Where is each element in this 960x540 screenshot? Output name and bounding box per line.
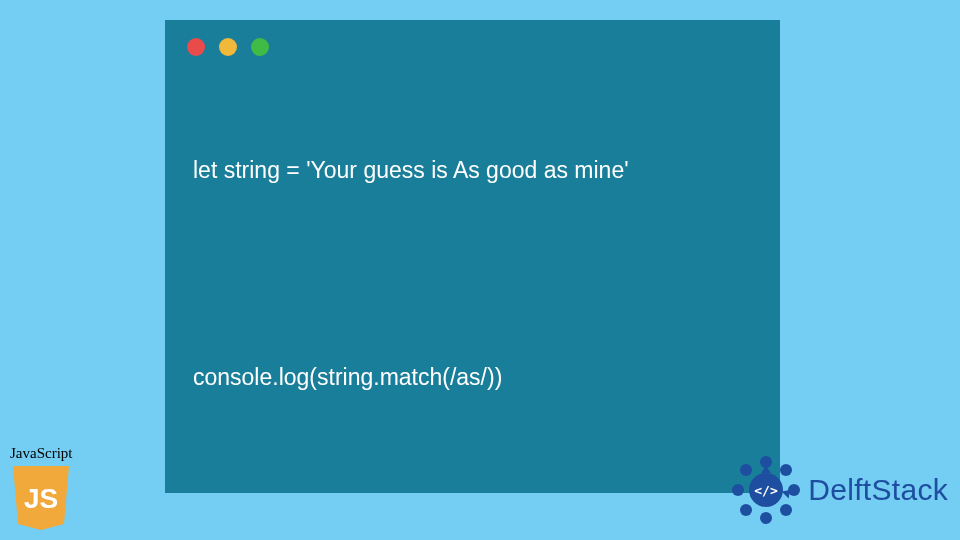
maximize-icon: [251, 38, 269, 56]
svg-point-5: [780, 504, 792, 516]
svg-point-3: [780, 464, 792, 476]
delftstack-logo-icon: </>: [730, 454, 802, 526]
javascript-shield-icon: JS: [10, 464, 72, 532]
svg-text:</>: </>: [755, 483, 779, 498]
code-line: let string = 'Your guess is As good as m…: [193, 153, 780, 188]
code-line: [193, 257, 780, 291]
code-window: let string = 'Your guess is As good as m…: [165, 20, 780, 493]
svg-point-9: [740, 464, 752, 476]
delftstack-brand: </> DelftStack: [730, 454, 948, 526]
code-block: let string = 'Your guess is As good as m…: [165, 84, 780, 463]
delftstack-text: DelftStack: [808, 473, 948, 507]
code-line: console.log(string.match(/as/)): [193, 360, 780, 395]
svg-point-8: [732, 484, 744, 496]
svg-point-7: [740, 504, 752, 516]
javascript-label: JavaScript: [10, 445, 72, 462]
svg-point-4: [788, 484, 800, 496]
traffic-lights: [165, 38, 780, 56]
svg-point-6: [760, 512, 772, 524]
svg-text:JS: JS: [24, 483, 58, 514]
minimize-icon: [219, 38, 237, 56]
close-icon: [187, 38, 205, 56]
svg-marker-10: [761, 466, 771, 473]
javascript-badge: JavaScript JS: [10, 445, 72, 532]
